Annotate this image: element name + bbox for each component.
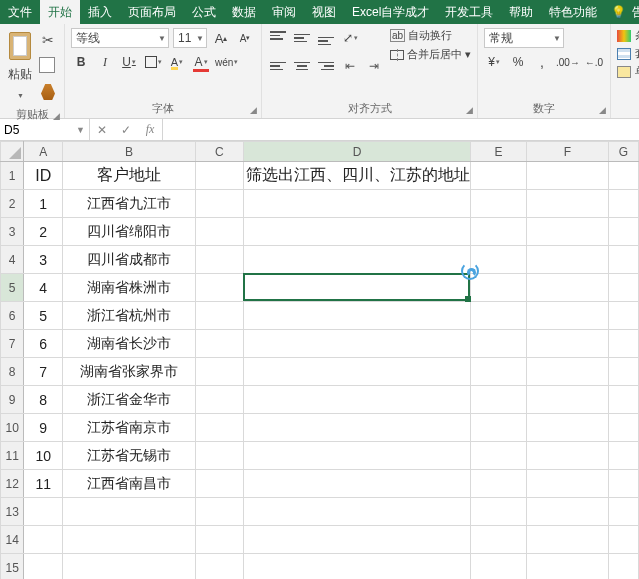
cell-F2[interactable] xyxy=(526,190,608,218)
cell-C4[interactable] xyxy=(195,246,243,274)
cell-A8[interactable]: 7 xyxy=(24,358,63,386)
cell-B2[interactable]: 江西省九江市 xyxy=(63,190,196,218)
cell-A12[interactable]: 11 xyxy=(24,470,63,498)
decrease-decimal-button[interactable]: ←.0 xyxy=(584,52,604,72)
cell-C3[interactable] xyxy=(195,218,243,246)
cell-D6[interactable] xyxy=(244,302,471,330)
cell-A7[interactable]: 6 xyxy=(24,330,63,358)
number-dialog-launcher[interactable]: ◢ xyxy=(599,105,606,115)
cell-F3[interactable] xyxy=(526,218,608,246)
row-header-4[interactable]: 4 xyxy=(1,246,24,274)
cell-B6[interactable]: 浙江省杭州市 xyxy=(63,302,196,330)
cell-A4[interactable]: 3 xyxy=(24,246,63,274)
cell-A2[interactable]: 1 xyxy=(24,190,63,218)
cell-D11[interactable] xyxy=(244,442,471,470)
tab-special[interactable]: 特色功能 xyxy=(541,0,605,24)
cell-E8[interactable] xyxy=(471,358,527,386)
tab-formulas[interactable]: 公式 xyxy=(184,0,224,24)
cell-G6[interactable] xyxy=(609,302,639,330)
cell-F11[interactable] xyxy=(526,442,608,470)
row-header-9[interactable]: 9 xyxy=(1,386,24,414)
underline-button[interactable]: U▾ xyxy=(119,52,139,72)
paste-icon[interactable] xyxy=(6,28,34,64)
cell-E11[interactable] xyxy=(471,442,527,470)
cell-E15[interactable] xyxy=(471,554,527,580)
number-format-dropdown[interactable]: 常规▼ xyxy=(484,28,564,48)
name-box[interactable]: D5▼ xyxy=(0,119,90,140)
cell-F10[interactable] xyxy=(526,414,608,442)
decrease-font-button[interactable]: A▾ xyxy=(235,28,255,48)
col-header-E[interactable]: E xyxy=(471,142,527,162)
cell-G11[interactable] xyxy=(609,442,639,470)
format-as-table-button[interactable]: 套用表格格式▾ xyxy=(617,46,639,61)
tab-home[interactable]: 开始 xyxy=(40,0,80,24)
tab-help[interactable]: 帮助 xyxy=(501,0,541,24)
cell-D7[interactable] xyxy=(244,330,471,358)
cell-C12[interactable] xyxy=(195,470,243,498)
row-header-11[interactable]: 11 xyxy=(1,442,24,470)
cancel-formula-button[interactable]: ✕ xyxy=(90,123,114,137)
paste-dropdown[interactable]: ▼ xyxy=(10,85,30,105)
align-center-button[interactable] xyxy=(292,56,312,76)
row-header-14[interactable]: 14 xyxy=(1,526,24,554)
row-header-10[interactable]: 10 xyxy=(1,414,24,442)
formula-bar-input[interactable] xyxy=(163,119,639,140)
cell-A6[interactable]: 5 xyxy=(24,302,63,330)
tab-view[interactable]: 视图 xyxy=(304,0,344,24)
worksheet-grid[interactable]: A B C D E F G 1ID客户地址筛选出江西、四川、江苏的地址21江西省… xyxy=(0,141,639,579)
cell-A5[interactable]: 4 xyxy=(24,274,63,302)
cell-E12[interactable] xyxy=(471,470,527,498)
cell-G10[interactable] xyxy=(609,414,639,442)
cell-E5[interactable] xyxy=(471,274,527,302)
cell-C13[interactable] xyxy=(195,498,243,526)
cell-A1[interactable]: ID xyxy=(24,162,63,190)
cell-F15[interactable] xyxy=(526,554,608,580)
format-painter-button[interactable] xyxy=(38,82,58,102)
row-header-5[interactable]: 5 xyxy=(1,274,24,302)
cell-E10[interactable] xyxy=(471,414,527,442)
cell-styles-button[interactable]: 单元格样式▾ xyxy=(617,64,639,79)
cell-D8[interactable] xyxy=(244,358,471,386)
cell-C9[interactable] xyxy=(195,386,243,414)
cell-B4[interactable]: 四川省成都市 xyxy=(63,246,196,274)
align-middle-button[interactable] xyxy=(292,28,312,48)
cell-B14[interactable] xyxy=(63,526,196,554)
cell-B11[interactable]: 江苏省无锡市 xyxy=(63,442,196,470)
row-header-7[interactable]: 7 xyxy=(1,330,24,358)
align-right-button[interactable] xyxy=(316,56,336,76)
tab-insert[interactable]: 插入 xyxy=(80,0,120,24)
cell-A13[interactable] xyxy=(24,498,63,526)
cell-C2[interactable] xyxy=(195,190,243,218)
cell-G4[interactable] xyxy=(609,246,639,274)
cell-E14[interactable] xyxy=(471,526,527,554)
insert-function-button[interactable]: fx xyxy=(138,122,162,137)
cell-E1[interactable] xyxy=(471,162,527,190)
tell-me-label[interactable]: 告 xyxy=(632,4,639,21)
tab-developer[interactable]: 开发工具 xyxy=(437,0,501,24)
cell-G9[interactable] xyxy=(609,386,639,414)
row-header-6[interactable]: 6 xyxy=(1,302,24,330)
fill-color-button[interactable]: A▾ xyxy=(167,52,187,72)
font-color-button[interactable]: A▾ xyxy=(191,52,211,72)
cell-B3[interactable]: 四川省绵阳市 xyxy=(63,218,196,246)
align-top-button[interactable] xyxy=(268,28,288,48)
cell-C14[interactable] xyxy=(195,526,243,554)
cell-F5[interactable] xyxy=(526,274,608,302)
row-header-3[interactable]: 3 xyxy=(1,218,24,246)
cell-C15[interactable] xyxy=(195,554,243,580)
cell-B5[interactable]: 湖南省株洲市 xyxy=(63,274,196,302)
row-header-12[interactable]: 12 xyxy=(1,470,24,498)
cell-F8[interactable] xyxy=(526,358,608,386)
col-header-F[interactable]: F xyxy=(526,142,608,162)
comma-format-button[interactable]: , xyxy=(532,52,552,72)
select-all-corner[interactable] xyxy=(1,142,24,162)
cut-button[interactable]: ✂ xyxy=(38,30,58,50)
cell-C6[interactable] xyxy=(195,302,243,330)
italic-button[interactable]: I xyxy=(95,52,115,72)
cell-F13[interactable] xyxy=(526,498,608,526)
row-header-13[interactable]: 13 xyxy=(1,498,24,526)
phonetic-button[interactable]: wén▾ xyxy=(215,52,238,72)
tab-page-layout[interactable]: 页面布局 xyxy=(120,0,184,24)
cell-D14[interactable] xyxy=(244,526,471,554)
tab-review[interactable]: 审阅 xyxy=(264,0,304,24)
